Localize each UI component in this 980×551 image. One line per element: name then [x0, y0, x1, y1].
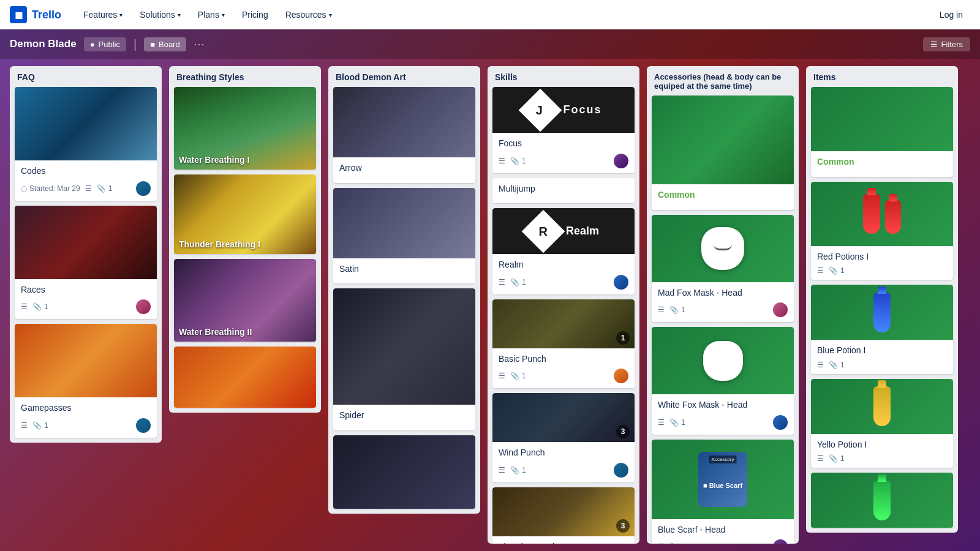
potion-bottle-2: [885, 200, 901, 234]
attach-icon: 📎: [32, 421, 42, 430]
basic-punch-badge: 1: [616, 331, 630, 345]
card-yello-potion[interactable]: Yello Potion I ☰ 📎 1: [811, 379, 953, 468]
card-yello-potion-image: [811, 379, 953, 434]
nav-pricing[interactable]: Pricing: [235, 6, 276, 23]
card-arrow[interactable]: Arrow: [333, 87, 475, 183]
card-meta-attach: 📎 1: [32, 302, 48, 311]
card-mystery[interactable]: [333, 435, 475, 509]
nav-solutions[interactable]: Solutions ▾: [132, 6, 188, 23]
focus-diamond: J: [519, 88, 562, 132]
realm-diamond-text: R: [539, 224, 548, 238]
card-blue-potion[interactable]: Blue Potion I ☰ 📎 1: [811, 285, 953, 374]
nav-items: Features ▾ Solutions ▾ Plans ▾ Pricing R…: [76, 6, 339, 23]
card-codes[interactable]: Codes ◌ Started: Mar 29 ☰ 📎 1: [15, 87, 157, 201]
card-meta-checklist: ☰: [658, 542, 665, 544]
board-view-button[interactable]: ■ Board: [144, 37, 186, 51]
avatar: [614, 463, 628, 478]
card-realm[interactable]: R Realm Realm ☰ 📎 1: [492, 208, 635, 294]
chevron-down-icon: ▾: [119, 12, 123, 18]
card-common1[interactable]: Common: [652, 96, 794, 210]
card-meta-checklist: ☰: [817, 266, 824, 275]
card-white-fox-head[interactable]: White Fox Mask - Head ☰ 📎 1: [652, 327, 794, 435]
card-spider[interactable]: Spider: [333, 288, 475, 430]
card-meta-checklist: ☰: [21, 421, 28, 430]
checklist-icon: ☰: [817, 266, 824, 275]
column-breathing-header: Breathing Styles: [169, 66, 321, 87]
card-common2[interactable]: Common: [811, 87, 953, 177]
column-items-header: Items: [806, 66, 958, 87]
card-meta-attach: 📎 1: [510, 372, 526, 380]
card-meta-attach: 📎 1: [829, 266, 845, 275]
card-races-footer: ☰ 📎 1: [21, 299, 151, 314]
card-satin[interactable]: Satin: [333, 188, 475, 284]
filters-button[interactable]: ☰ Filters: [923, 37, 970, 51]
card-fire-last[interactable]: [174, 347, 316, 408]
card-basic-punch[interactable]: 1 Basic Punch ☰ 📎 1: [492, 299, 635, 389]
card-meta-checklist: ☰: [658, 305, 665, 314]
checklist-icon: ☰: [817, 454, 824, 463]
card-multijump[interactable]: Multijump: [492, 178, 635, 204]
card-satin-image: [333, 188, 475, 258]
card-races-title: Races: [21, 284, 151, 296]
attach-icon: 📎: [669, 418, 679, 427]
card-common2-image: [811, 87, 953, 151]
realm-diamond: R: [522, 209, 565, 253]
card-basic-punch-title: Basic Punch: [499, 353, 628, 365]
card-arrow-image: [333, 87, 475, 157]
checklist-icon: ☰: [658, 305, 665, 314]
chevron-down-icon: ▾: [222, 12, 225, 18]
column-blood-demon-header: Blood Demon Art: [328, 66, 480, 87]
card-meta-attach: 📎 1: [510, 278, 526, 287]
login-button[interactable]: Log in: [932, 6, 970, 23]
card-common2-label: Common: [817, 156, 947, 168]
card-fire-last-image: [174, 347, 316, 408]
avatar: [614, 154, 628, 168]
card-mad-fox-title: Mad Fox Mask - Head: [658, 287, 788, 299]
card-meta-checklist: ☰: [499, 466, 505, 474]
nav-features[interactable]: Features ▾: [76, 6, 130, 23]
card-green-potion[interactable]: [811, 473, 953, 528]
card-wind-punch-title: Wind Punch: [499, 447, 628, 459]
trello-icon: ◼: [10, 6, 27, 23]
card-thunder-breathing-1[interactable]: Thunder Breathing I: [174, 174, 316, 254]
card-thunder-punch-image: 3: [492, 487, 635, 536]
green-bottle: [873, 481, 891, 520]
card-thunder-punch[interactable]: 3 Thunder Punch: [492, 487, 635, 544]
public-badge[interactable]: ● Public: [84, 37, 126, 51]
card-focus-image: J Focus: [492, 87, 635, 133]
attach-icon: 📎: [510, 278, 519, 287]
column-faq: FAQ Codes ◌ Started: Mar 29 ☰: [10, 66, 162, 443]
card-races[interactable]: Races ☰ 📎 1: [15, 206, 157, 320]
nav-plans[interactable]: Plans ▾: [190, 6, 232, 23]
scarf-name: ■ Blue Scarf: [703, 482, 742, 489]
card-multijump-title: Multijump: [499, 183, 628, 195]
card-yello-potion-title: Yello Potion I: [817, 439, 947, 451]
column-blood-demon-art: Blood Demon Art Arrow Satin Spider: [328, 66, 480, 514]
card-water-breathing-1[interactable]: Water Breathing I: [174, 87, 316, 170]
red-potion-bottles: [861, 194, 903, 234]
card-focus[interactable]: J Focus Focus ☰ 📎 1: [492, 87, 635, 173]
checklist-icon: ☰: [658, 542, 665, 544]
checklist-icon: ☰: [658, 418, 665, 427]
column-accessories-header: Accessories (head & body can be equiped …: [647, 66, 799, 96]
card-blue-scarf-head[interactable]: Accessory ■ Blue Scarf Blue Scarf - Head…: [652, 440, 794, 544]
card-mad-fox-head[interactable]: Mad Fox Mask - Head ☰ 📎 1: [652, 215, 794, 323]
board-icon: ■: [150, 40, 155, 49]
column-breathing-styles: Breathing Styles Water Breathing I Thund…: [169, 66, 321, 413]
more-options[interactable]: ⋯: [194, 37, 205, 51]
attach-icon: 📎: [32, 302, 42, 311]
card-codes-image: [15, 87, 157, 160]
checklist-icon: ☰: [817, 361, 824, 369]
card-red-potions[interactable]: Red Potions I ☰ 📎 1: [811, 182, 953, 280]
card-gamepasses[interactable]: Gamepasses ☰ 📎 1: [15, 324, 157, 438]
card-blue-potion-footer: ☰ 📎 1: [817, 361, 947, 369]
nav-resources[interactable]: Resources ▾: [278, 6, 339, 23]
column-accessories: Accessories (head & body can be equiped …: [647, 66, 799, 544]
card-wind-punch[interactable]: 3 Wind Punch ☰ 📎 1: [492, 393, 635, 482]
attach-icon: 📎: [669, 542, 679, 544]
card-water-breathing-2[interactable]: Water Breathing II: [174, 259, 316, 342]
focus-diamond-text: J: [537, 103, 545, 117]
avatar: [614, 275, 628, 290]
logo[interactable]: ◼ Trello: [10, 6, 61, 23]
card-races-image: [15, 206, 157, 279]
